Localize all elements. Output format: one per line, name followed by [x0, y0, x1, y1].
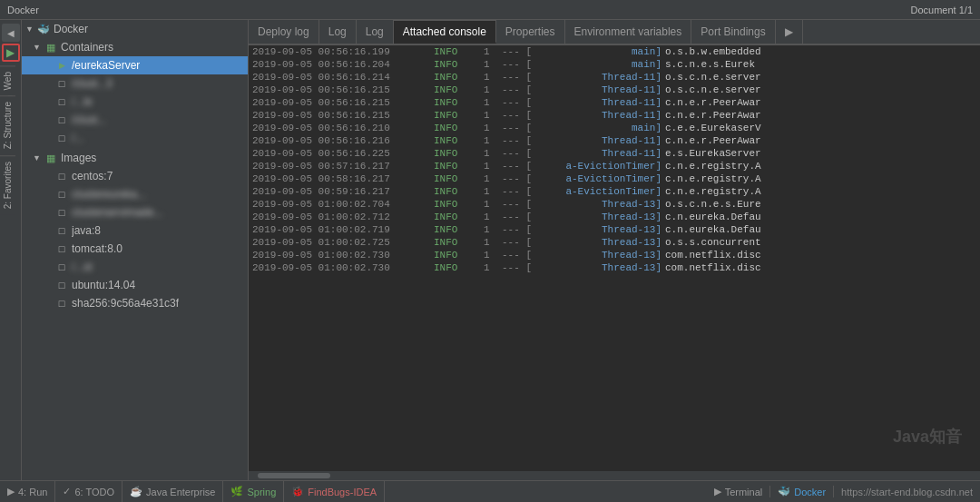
log-thread: a-EvictionTimer]: [538, 173, 665, 184]
log-line: 2019-09-05 00:58:16.217 INFO 1 --- [ a-E…: [249, 172, 980, 185]
tree-item-container3[interactable]: □ /...le: [22, 93, 248, 111]
collapse-button[interactable]: ◀: [2, 24, 20, 42]
log-thread: Thread-11]: [538, 97, 665, 108]
tree-item-images[interactable]: ▼ ▦ Images: [22, 149, 248, 167]
tree-item-ubuntu[interactable]: □ ubuntu:14.04: [22, 276, 248, 294]
log-num: 1: [484, 186, 502, 197]
log-class: c.n.e.registry.A: [665, 186, 761, 197]
log-line: 2019-09-05 00:56:16.214 INFO 1 --- [ Thr…: [249, 71, 980, 84]
log-line: 2019-09-05 01:00:02.719 INFO 1 --- [ Thr…: [249, 223, 980, 236]
log-num: 1: [484, 84, 502, 95]
log-class: c.n.e.r.PeerAwar: [665, 97, 761, 108]
log-level: INFO: [434, 46, 484, 57]
status-spring[interactable]: 🌿 Spring: [223, 481, 284, 502]
log-tabs: Deploy log Log Log Attached console Prop…: [249, 20, 980, 45]
log-level: INFO: [434, 237, 484, 248]
log-num: 1: [484, 135, 502, 146]
status-todo[interactable]: ✓ 6: TODO: [55, 481, 122, 502]
tree-item-tomcat80[interactable]: □ tomcat:8.0: [22, 240, 248, 258]
log-class: com.netflix.disc: [665, 262, 761, 273]
tab-log1[interactable]: Log: [319, 20, 357, 44]
tree-item-centos7[interactable]: □ centos:7: [22, 167, 248, 185]
tree-item-container2[interactable]: □ /clust...3: [22, 74, 248, 93]
run-label: 4: Run: [18, 487, 47, 497]
tree-item-container5[interactable]: □ /...: [22, 129, 248, 147]
log-timestamp: 2019-09-05 00:58:16.217: [252, 173, 434, 184]
main-area: ◀ ▶ — ▼ ▼ 🐳 Docker ▼ ▦ Containers ▶ /eur…: [0, 20, 980, 480]
log-line: 2019-09-05 00:56:16.204 INFO 1 --- [ mai…: [249, 58, 980, 71]
tab-properties[interactable]: Properties: [496, 20, 565, 44]
log-num: 1: [484, 224, 502, 235]
log-sep: --- [: [502, 72, 538, 83]
log-sep: --- [: [502, 173, 538, 184]
log-num: 1: [484, 59, 502, 70]
log-level: INFO: [434, 123, 484, 133]
log-timestamp: 2019-09-05 00:56:16.225: [252, 148, 434, 159]
tab-port-bindings[interactable]: Port Bindings: [691, 20, 775, 44]
horizontal-scrollbar[interactable]: [249, 471, 980, 480]
todo-label: 6: TODO: [74, 487, 114, 497]
log-line: 2019-09-05 00:56:16.215 INFO 1 --- [ Thr…: [249, 109, 980, 122]
tree-item-sha256[interactable]: □ sha256:9c56a4e31c3f: [22, 294, 248, 312]
side-label-structure[interactable]: Z: Structure: [0, 95, 15, 154]
log-sep: --- [: [502, 135, 538, 146]
tree-item-java8[interactable]: □ java:8: [22, 221, 248, 240]
log-sep: --- [: [502, 97, 538, 108]
status-docker[interactable]: 🐳 Docker: [770, 486, 834, 497]
tab-deploy-log[interactable]: Deploy log: [249, 20, 319, 44]
java-enterprise-icon: ☕: [130, 486, 142, 497]
tree-item-containers[interactable]: ▼ ▦ Containers: [22, 38, 248, 56]
log-num: 1: [484, 212, 502, 222]
log-class: o.s.s.concurrent: [665, 237, 761, 248]
docker-sidebar: ▼ 🐳 Docker ▼ ▦ Containers ▶ /eurekaServe…: [22, 20, 249, 480]
log-timestamp: 2019-09-05 01:00:02.730: [252, 262, 434, 273]
log-timestamp: 2019-09-05 00:57:16.217: [252, 161, 434, 172]
status-terminal[interactable]: ▶ Terminal: [707, 486, 771, 497]
findbugs-icon: 🐞: [291, 486, 304, 497]
centos-icon: □: [54, 169, 69, 183]
tab-attached-console[interactable]: Attached console: [394, 20, 496, 44]
log-level: INFO: [434, 148, 484, 159]
log-timestamp: 2019-09-05 00:56:16.215: [252, 110, 434, 121]
log-thread: main]: [538, 59, 665, 70]
log-class: o.s.b.w.embedded: [665, 46, 761, 57]
status-findbugs[interactable]: 🐞 FindBugs-IDEA: [284, 481, 385, 502]
log-thread: Thread-13]: [538, 250, 665, 261]
tree-item-clusterservimade[interactable]: □ clusterservimade...: [22, 203, 248, 221]
log-level: INFO: [434, 72, 484, 83]
log-thread: Thread-11]: [538, 148, 665, 159]
log-timestamp: 2019-09-05 01:00:02.725: [252, 237, 434, 248]
log-class: o.s.c.n.e.server: [665, 84, 761, 95]
container4-icon: □: [54, 113, 69, 127]
tab-env-variables[interactable]: Environment variables: [565, 20, 692, 44]
sha-label: sha256:9c56a4e31c3f: [72, 297, 179, 310]
tree-item-eureka-server[interactable]: ▶ /eurekaServer: [22, 56, 248, 74]
log-line: 2019-09-05 00:56:16.216 INFO 1 --- [ Thr…: [249, 134, 980, 147]
container3-label: /...le: [72, 95, 93, 108]
log-num: 1: [484, 97, 502, 108]
log-timestamp: 2019-09-05 01:00:02.712: [252, 212, 434, 222]
b1-icon: □: [54, 260, 69, 274]
tree-item-clustereureka[interactable]: □ clustereureka...: [22, 185, 248, 203]
docker-status-icon: 🐳: [778, 486, 790, 497]
side-label-web[interactable]: Web: [0, 65, 15, 95]
tree-item-docker[interactable]: ▼ 🐳 Docker: [22, 20, 248, 38]
tree-item-blurred1[interactable]: □ /...st: [22, 258, 248, 276]
log-timestamp: 2019-09-05 01:00:02.719: [252, 224, 434, 235]
title-left: Docker: [7, 5, 39, 15]
log-num: 1: [484, 161, 502, 172]
log-num: 1: [484, 148, 502, 159]
log-level: INFO: [434, 59, 484, 70]
status-url: https://start-end.blog.csdn.net: [834, 487, 980, 497]
log-timestamp: 2019-09-05 00:56:16.216: [252, 135, 434, 146]
status-run[interactable]: ▶ 4: Run: [0, 481, 55, 502]
tree-item-container4[interactable]: □ /clust...: [22, 111, 248, 129]
side-label-favorites[interactable]: 2: Favorites: [0, 155, 15, 214]
tab-more[interactable]: ▶: [776, 20, 803, 44]
status-java-enterprise[interactable]: ☕ Java Enterprise: [122, 481, 223, 502]
container3-icon: □: [54, 94, 69, 109]
run-button[interactable]: ▶: [2, 44, 20, 62]
status-bar: ▶ 4: Run ✓ 6: TODO ☕ Java Enterprise 🌿 S…: [0, 480, 980, 502]
tab-log2[interactable]: Log: [357, 20, 394, 44]
side-labels: Web Z: Structure 2: Favorites: [0, 65, 15, 214]
